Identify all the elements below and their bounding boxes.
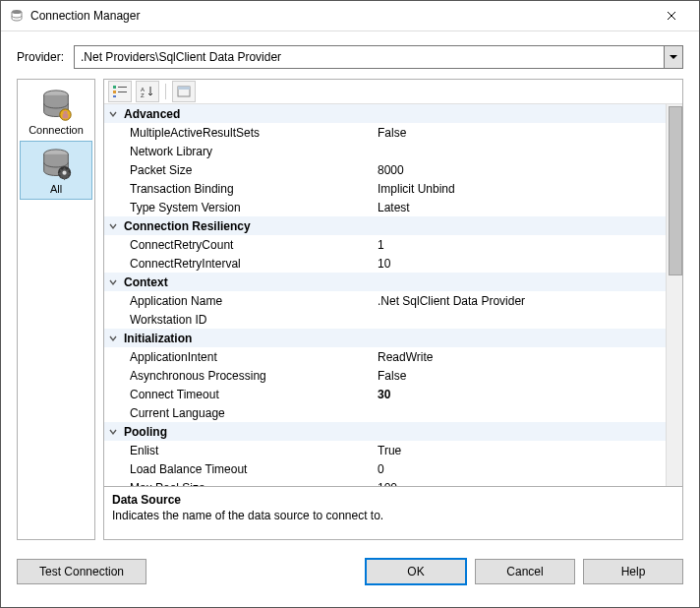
description-text: Indicates the name of the data source to… (112, 509, 674, 522)
property-name: ConnectRetryCount (122, 238, 372, 252)
close-icon (667, 11, 676, 21)
property-value[interactable]: .Net SqlClient Data Provider (372, 294, 682, 308)
group-name: Context (122, 275, 366, 289)
property-row[interactable]: Transaction BindingImplicit Unbind (104, 179, 682, 198)
database-icon (37, 89, 75, 122)
group-name: Connection Resiliency (122, 219, 366, 233)
property-value[interactable]: 1 (372, 238, 682, 252)
property-value[interactable]: Latest (372, 201, 682, 214)
expander-icon[interactable] (104, 277, 122, 287)
expander-icon[interactable] (104, 221, 122, 231)
property-value[interactable]: 8000 (372, 163, 682, 177)
property-value[interactable]: False (372, 369, 682, 383)
property-name: Transaction Binding (122, 182, 372, 196)
property-value[interactable]: 0 (372, 462, 682, 476)
property-row[interactable]: ConnectRetryInterval10 (104, 254, 682, 273)
property-row[interactable]: Connect Timeout30 (104, 385, 682, 403)
titlebar: Connection Manager (1, 1, 699, 31)
close-button[interactable] (652, 2, 691, 30)
property-name: Enlist (122, 444, 372, 457)
provider-dropdown[interactable]: .Net Providers\SqlClient Data Provider (74, 45, 683, 69)
dropdown-button[interactable] (664, 46, 682, 68)
property-pages-button[interactable] (172, 81, 196, 102)
sort-az-icon: AZ (141, 86, 154, 97)
property-page-icon (177, 86, 191, 97)
help-button[interactable]: Help (583, 559, 683, 584)
toolbar-separator (165, 84, 166, 99)
property-row[interactable]: Network Library (104, 142, 682, 160)
cancel-button[interactable]: Cancel (475, 559, 575, 584)
sort-button[interactable]: AZ (136, 81, 159, 102)
group-name: Advanced (122, 107, 366, 121)
property-name: Packet Size (122, 163, 372, 177)
provider-row: Provider: .Net Providers\SqlClient Data … (1, 31, 699, 79)
description-title: Data Source (112, 493, 674, 507)
svg-rect-12 (113, 95, 116, 97)
property-row[interactable]: Application Name.Net SqlClient Data Prov… (104, 291, 682, 310)
property-value[interactable]: 10 (372, 257, 682, 271)
property-name: Load Balance Timeout (122, 462, 372, 476)
categorize-button[interactable] (108, 81, 132, 102)
property-row[interactable]: Workstation ID (104, 310, 682, 329)
vertical-scrollbar[interactable] (666, 104, 682, 486)
property-name: Network Library (122, 145, 372, 158)
property-row[interactable]: Type System VersionLatest (104, 198, 682, 216)
property-row[interactable]: Load Balance Timeout0 (104, 459, 682, 478)
expander-icon[interactable] (104, 334, 122, 343)
property-row[interactable]: Max Pool Size100 (104, 478, 682, 486)
ok-button[interactable]: OK (365, 558, 467, 585)
property-row[interactable]: Packet Size8000 (104, 160, 682, 179)
svg-rect-9 (118, 87, 127, 88)
side-tab-all[interactable]: All (20, 141, 92, 200)
test-connection-button[interactable]: Test Connection (17, 559, 146, 584)
property-name: Workstation ID (122, 313, 372, 327)
dialog-body: Connection All AZ (1, 79, 699, 548)
categorize-icon (113, 86, 127, 97)
svg-text:Z: Z (141, 92, 145, 97)
property-name: MultipleActiveResultSets (122, 126, 372, 140)
svg-rect-4 (63, 114, 69, 119)
property-name: Current Language (122, 406, 372, 420)
svg-rect-10 (113, 91, 116, 93)
dialog-footer: Test Connection OK Cancel Help (1, 548, 699, 607)
property-name: Max Pool Size (122, 481, 372, 487)
property-name: Application Name (122, 294, 372, 308)
svg-rect-11 (118, 91, 127, 92)
provider-label: Provider: (17, 50, 64, 64)
expander-icon[interactable] (104, 427, 122, 437)
property-row[interactable]: Asynchronous ProcessingFalse (104, 366, 682, 385)
description-box: Data Source Indicates the name of the da… (104, 486, 682, 539)
svg-point-0 (12, 10, 22, 14)
property-value[interactable]: ReadWrite (372, 350, 682, 364)
expander-icon[interactable] (104, 109, 122, 119)
property-row[interactable]: ApplicationIntentReadWrite (104, 347, 682, 366)
group-name: Pooling (122, 425, 366, 439)
property-row[interactable]: Current Language (104, 403, 682, 422)
property-value[interactable]: True (372, 444, 682, 457)
side-tab-connection[interactable]: Connection (20, 82, 92, 141)
property-value[interactable]: Implicit Unbind (372, 182, 682, 196)
app-icon (9, 8, 25, 24)
property-group[interactable]: Advanced (104, 104, 682, 123)
property-value[interactable]: 100 (372, 481, 682, 487)
svg-rect-3 (64, 111, 68, 114)
property-name: Connect Timeout (122, 388, 372, 401)
property-value[interactable]: 30 (372, 388, 682, 401)
property-value[interactable]: False (372, 126, 682, 140)
svg-point-7 (62, 171, 66, 175)
property-name: Asynchronous Processing (122, 369, 372, 383)
property-group[interactable]: Connection Resiliency (104, 216, 682, 235)
property-row[interactable]: MultipleActiveResultSetsFalse (104, 123, 682, 142)
property-group[interactable]: Initialization (104, 329, 682, 347)
property-group[interactable]: Context (104, 273, 682, 291)
group-name: Initialization (122, 332, 366, 345)
database-settings-icon (37, 148, 75, 181)
property-row[interactable]: EnlistTrue (104, 441, 682, 459)
property-row[interactable]: ConnectRetryCount1 (104, 235, 682, 254)
scrollbar-thumb[interactable] (669, 106, 682, 275)
property-group[interactable]: Pooling (104, 422, 682, 441)
property-grid[interactable]: AdvancedMultipleActiveResultSetsFalseNet… (104, 104, 682, 486)
property-name: ApplicationIntent (122, 350, 372, 364)
connection-manager-dialog: Connection Manager Provider: .Net Provid… (0, 0, 700, 608)
svg-rect-8 (113, 86, 116, 89)
